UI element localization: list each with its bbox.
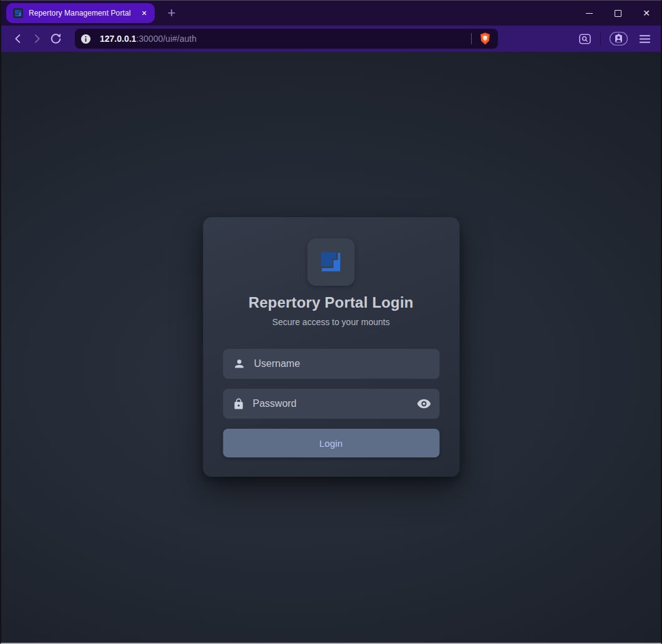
toolbar-right-cluster — [577, 30, 653, 47]
url-host: 127.0.0.1 — [100, 34, 136, 44]
forward-icon — [30, 32, 44, 46]
window-controls: ✕ — [575, 1, 661, 26]
username-input[interactable] — [254, 358, 431, 369]
back-icon — [11, 32, 25, 46]
username-field[interactable] — [223, 349, 439, 379]
sidebar-button[interactable] — [577, 31, 593, 47]
page-subtitle: Secure access to your mounts — [272, 317, 389, 327]
profile-badge-icon — [609, 31, 628, 46]
profile-button[interactable] — [608, 30, 630, 47]
toolbar-divider — [600, 32, 601, 45]
window-close-icon: ✕ — [643, 9, 650, 17]
eye-icon — [416, 396, 431, 411]
maximize-icon — [615, 10, 621, 17]
lock-icon — [232, 397, 245, 411]
login-card: Repertory Portal Login Secure access to … — [203, 217, 459, 477]
window-close-button[interactable]: ✕ — [632, 1, 661, 26]
url-path: :30000/ui#/auth — [136, 34, 197, 44]
person-icon — [232, 357, 246, 371]
browser-toolbar: 127.0.0.1:30000/ui#/auth — [1, 26, 661, 52]
browser-window: Repertory Management Portal ✕ + ✕ — [0, 0, 662, 644]
login-button[interactable]: Login — [223, 429, 439, 457]
tab-close-icon[interactable]: ✕ — [139, 7, 150, 19]
address-bar[interactable]: 127.0.0.1:30000/ui#/auth — [75, 29, 498, 49]
repertory-favicon-icon — [13, 8, 23, 18]
minimize-icon — [586, 13, 593, 14]
repertory-logo-icon — [317, 248, 346, 276]
menu-icon — [638, 32, 652, 46]
page-background: Repertory Portal Login Secure access to … — [1, 52, 661, 643]
tab-title: Repertory Management Portal — [29, 9, 133, 17]
sidebar-search-icon — [578, 32, 592, 46]
toggle-password-visibility-button[interactable] — [416, 396, 431, 411]
brave-shield-icon[interactable] — [479, 32, 491, 46]
repertory-logo — [308, 238, 355, 286]
page-title: Repertory Portal Login — [248, 294, 413, 311]
urlbar-divider — [471, 33, 472, 44]
reload-button[interactable] — [46, 29, 65, 48]
tab-repertory-portal[interactable]: Repertory Management Portal ✕ — [6, 3, 155, 23]
menu-button[interactable] — [636, 31, 653, 47]
password-field[interactable] — [223, 389, 439, 419]
maximize-button[interactable] — [603, 1, 632, 26]
reload-icon — [49, 32, 63, 46]
tab-bar: Repertory Management Portal ✕ + ✕ — [1, 1, 661, 26]
minimize-button[interactable] — [575, 1, 603, 26]
back-button[interactable] — [9, 29, 27, 48]
new-tab-button[interactable]: + — [163, 4, 180, 22]
password-input[interactable] — [253, 398, 408, 409]
forward-button[interactable] — [27, 29, 46, 48]
url-text: 127.0.0.1:30000/ui#/auth — [100, 34, 197, 44]
site-info-icon[interactable] — [80, 33, 92, 45]
